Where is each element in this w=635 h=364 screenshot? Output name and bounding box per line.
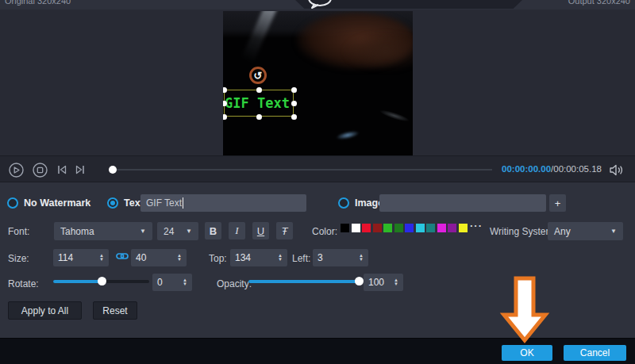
left-spinner[interactable]: 3 ▲▼	[313, 249, 368, 266]
writing-systems-dropdown[interactable]: Any ▼	[548, 222, 623, 240]
top-bar: Original 320x240 Output 320x240	[0, 0, 635, 10]
top-label: Top:	[209, 253, 227, 264]
add-image-button[interactable]: +	[549, 194, 566, 212]
color-swatch[interactable]	[448, 224, 456, 232]
font-size-dropdown[interactable]: 24 ▼	[157, 222, 198, 240]
chevron-down-icon: ▼	[140, 228, 146, 235]
output-size-label: Output 320x240	[568, 0, 630, 6]
font-value: Tahoma	[60, 226, 94, 237]
strikethrough-button[interactable]: Ŧ	[276, 222, 293, 239]
spinner-arrows[interactable]: ▲▼	[177, 254, 182, 262]
spinner-arrows[interactable]: ▲▼	[99, 254, 104, 262]
resize-handle-e[interactable]	[291, 101, 297, 106]
underline-button[interactable]: U	[252, 222, 269, 239]
bold-button[interactable]: B	[205, 222, 221, 239]
resize-handle-ne[interactable]	[291, 87, 297, 93]
text-watermark-radio[interactable]	[107, 197, 118, 209]
color-swatch[interactable]	[459, 224, 468, 232]
arrow-down-icon[interactable]: ▼	[359, 258, 364, 262]
arrow-down-icon[interactable]: ▼	[278, 258, 283, 262]
opacity-slider[interactable]	[248, 278, 359, 285]
reset-button[interactable]: Reset	[93, 301, 137, 320]
resize-handle-n[interactable]	[256, 87, 262, 93]
volume-icon[interactable]	[608, 164, 624, 176]
width-value: 114	[58, 252, 73, 263]
height-value: 40	[136, 252, 146, 263]
link-dimensions-icon[interactable]	[116, 251, 129, 265]
rotate-slider[interactable]	[53, 278, 149, 285]
play-button[interactable]	[9, 163, 24, 178]
video-frame-glint2	[379, 108, 411, 124]
skip-start-button[interactable]	[56, 164, 67, 175]
text-selection-box[interactable]: GIF Text	[224, 90, 294, 117]
seek-thumb[interactable]	[109, 166, 117, 174]
skip-end-button[interactable]	[75, 164, 86, 175]
seek-track[interactable]	[111, 169, 492, 171]
resize-handle-se[interactable]	[291, 114, 297, 120]
rotate-handle-icon[interactable]: ↺	[249, 67, 267, 84]
color-swatch[interactable]	[426, 224, 435, 232]
font-label: Font:	[8, 226, 29, 237]
stop-button[interactable]	[33, 163, 48, 178]
transport-bar: 00:00:00.00/00:00:05.18	[0, 155, 635, 182]
italic-button[interactable]: I	[229, 222, 245, 239]
opacity-thumb[interactable]	[355, 277, 364, 285]
spinner-arrows[interactable]: ▲▼	[278, 254, 283, 262]
rotate-fill	[53, 280, 102, 283]
image-path-input[interactable]	[379, 194, 546, 212]
text-watermark-value: GIF Text	[146, 197, 182, 209]
arrow-down-icon[interactable]: ▼	[177, 258, 182, 262]
text-watermark-input[interactable]: GIF Text	[140, 194, 306, 212]
overlay-text[interactable]: GIF Text	[225, 90, 293, 116]
spinner-arrows[interactable]: ▲▼	[359, 254, 364, 262]
font-dropdown[interactable]: Tahoma ▼	[54, 222, 152, 240]
color-swatches	[341, 224, 468, 233]
width-spinner[interactable]: 114 ▲▼	[53, 249, 109, 266]
resize-handle-s[interactable]	[256, 114, 262, 120]
color-swatch[interactable]	[362, 224, 371, 232]
seek-slider[interactable]	[111, 166, 492, 174]
ok-button[interactable]: OK	[502, 345, 552, 361]
arrow-down-icon[interactable]: ▼	[394, 282, 398, 286]
opacity-label: Opacity:	[217, 278, 252, 289]
text-cursor	[183, 197, 183, 209]
current-time: 00:00:00.00	[502, 164, 551, 174]
color-swatch[interactable]	[373, 224, 382, 232]
top-value: 134	[235, 252, 251, 263]
color-swatch[interactable]	[405, 224, 414, 232]
color-swatch[interactable]	[394, 224, 403, 232]
image-watermark-radio[interactable]	[338, 197, 349, 209]
timestamp: 00:00:00.00/00:00:05.18	[502, 164, 602, 174]
arrow-down-icon[interactable]: ▼	[183, 282, 187, 286]
preview-area: ↺ GIF Text	[0, 10, 635, 155]
original-size-label: Original 320x240	[5, 0, 71, 6]
writing-systems-value: Any	[554, 226, 571, 237]
video-preview[interactable]: ↺ GIF Text	[223, 11, 413, 155]
no-watermark-radio[interactable]	[7, 197, 18, 209]
rotate-spinner[interactable]: 0 ▲▼	[152, 274, 192, 291]
cancel-button[interactable]: Cancel	[564, 345, 626, 361]
footer-bar: OK Cancel	[0, 338, 635, 364]
color-swatch[interactable]	[352, 224, 360, 232]
no-watermark-label[interactable]: No Watermark	[24, 197, 90, 209]
spinner-arrows[interactable]: ▲▼	[183, 278, 187, 286]
color-swatch[interactable]	[383, 224, 392, 232]
top-spinner[interactable]: 134 ▲▼	[230, 249, 287, 266]
rotate-thumb[interactable]	[98, 277, 106, 285]
resize-handle-sw[interactable]	[223, 114, 227, 120]
video-frame-glint	[335, 129, 360, 141]
more-colors-button[interactable]: ···	[470, 220, 483, 232]
speech-bubble-icon[interactable]	[306, 0, 333, 10]
color-swatch[interactable]	[437, 224, 446, 232]
opacity-spinner[interactable]: 100 ▲▼	[364, 274, 403, 291]
font-size-value: 24	[164, 226, 174, 237]
arrow-down-icon[interactable]: ▼	[99, 258, 104, 262]
apply-to-all-button[interactable]: Apply to All	[8, 301, 82, 320]
height-spinner[interactable]: 40 ▲▼	[131, 249, 187, 266]
color-swatch[interactable]	[341, 224, 349, 232]
chevron-down-icon: ▼	[610, 228, 617, 235]
opacity-value: 100	[368, 277, 384, 288]
gif-text-editor-window: Original 320x240 Output 320x240 ↺ GIF Te…	[0, 0, 635, 364]
color-swatch[interactable]	[416, 224, 425, 232]
spinner-arrows[interactable]: ▲▼	[394, 278, 398, 286]
